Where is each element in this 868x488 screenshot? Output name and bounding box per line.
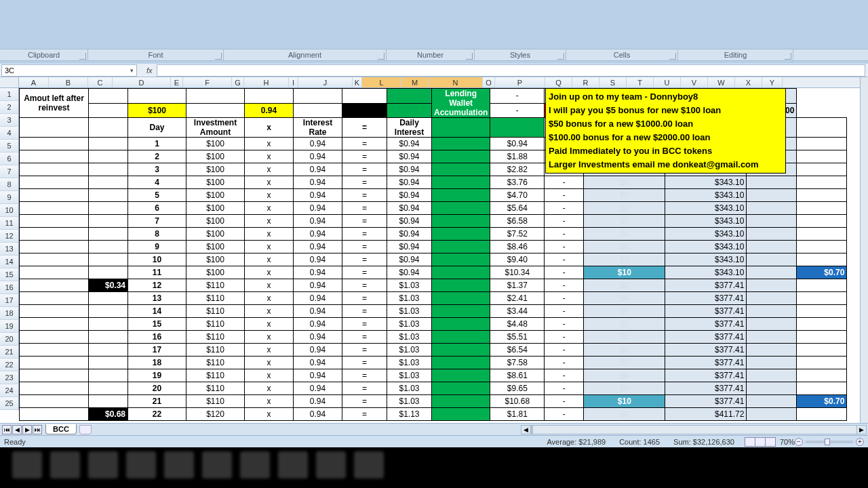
cell[interactable]: x [245, 150, 294, 163]
fx-icon[interactable]: fx [146, 66, 153, 75]
cell[interactable]: 0.94 [294, 176, 342, 189]
cell[interactable] [797, 344, 847, 357]
cell[interactable]: = [342, 189, 387, 202]
cell[interactable] [20, 266, 89, 279]
cell[interactable] [20, 395, 89, 408]
cell[interactable] [20, 189, 89, 202]
cell[interactable]: = [342, 331, 387, 344]
cell[interactable]: $377.41 [665, 292, 747, 305]
cell[interactable]: $377.41 [665, 331, 747, 344]
cell[interactable] [747, 241, 797, 253]
cell[interactable] [89, 382, 128, 395]
cell[interactable] [294, 103, 342, 118]
cell[interactable] [797, 331, 847, 344]
cell[interactable] [747, 382, 797, 395]
cell[interactable] [797, 305, 847, 318]
cell[interactable] [89, 89, 128, 104]
cell[interactable]: 0.94 [294, 163, 342, 176]
cell[interactable] [20, 305, 89, 318]
col-header-J[interactable]: J [298, 77, 353, 87]
cell[interactable] [89, 176, 128, 189]
row-header-6[interactable]: 6 [0, 152, 19, 165]
cell[interactable]: $343.10 [665, 228, 747, 241]
cell[interactable] [89, 228, 128, 241]
cell[interactable]: $377.41 [665, 305, 747, 318]
cell[interactable] [432, 279, 490, 292]
cell[interactable]: 0.94 [294, 150, 342, 163]
cell[interactable]: $0.94 [387, 215, 432, 228]
zoom-control[interactable]: − + [795, 438, 864, 446]
cell[interactable]: $377.41 [665, 382, 747, 395]
cell[interactable] [89, 202, 128, 215]
cell[interactable]: - [545, 408, 584, 421]
cell[interactable]: $100 [186, 163, 245, 176]
row-header-5[interactable]: 5 [0, 140, 19, 152]
cell[interactable] [89, 369, 128, 382]
cell[interactable]: $0.70 [797, 266, 847, 279]
cell[interactable]: $1.03 [387, 369, 432, 382]
cell[interactable]: 0.94 [294, 279, 342, 292]
cell[interactable]: $0 [584, 189, 665, 202]
cell[interactable]: $377.41 [665, 395, 747, 408]
row-header-23[interactable]: 23 [0, 371, 19, 384]
cell[interactable]: = [342, 228, 387, 241]
cell[interactable]: 0.94 [294, 189, 342, 202]
cell[interactable]: $10.34 [490, 266, 545, 279]
cell[interactable]: 0.94 [294, 305, 342, 318]
cell[interactable]: 9 [128, 241, 186, 253]
cell[interactable]: 0.94 [294, 395, 342, 408]
cell[interactable]: x [245, 318, 294, 331]
prev-sheet-icon[interactable]: ◀ [12, 425, 22, 434]
cell[interactable]: 10 [128, 253, 186, 266]
col-header-D[interactable]: D [113, 77, 171, 87]
cell[interactable]: x [245, 215, 294, 228]
cell[interactable]: = [342, 382, 387, 395]
cell[interactable]: 1 [128, 138, 186, 150]
cell[interactable]: 0.94 [294, 344, 342, 357]
col-header-W[interactable]: W [708, 77, 735, 87]
cell[interactable]: $343.10 [665, 241, 747, 253]
cell[interactable]: $1.37 [490, 279, 545, 292]
cell[interactable]: $10.68 [490, 395, 545, 408]
cell[interactable]: $1.03 [387, 382, 432, 395]
col-header-I[interactable]: I [289, 77, 298, 87]
cell[interactable]: - [545, 357, 584, 369]
cell[interactable]: x [245, 395, 294, 408]
cell[interactable]: $5.51 [490, 331, 545, 344]
cell[interactable]: $0 [584, 176, 665, 189]
cell[interactable]: $411.72 [665, 408, 747, 421]
cell[interactable]: $343.10 [665, 253, 747, 266]
cell[interactable]: - [545, 369, 584, 382]
col-header-Q[interactable]: Q [545, 77, 572, 87]
cell[interactable]: $4.70 [490, 189, 545, 202]
cell[interactable] [797, 150, 847, 163]
cell[interactable] [747, 305, 797, 318]
cell[interactable]: 0.94 [294, 241, 342, 253]
cell[interactable] [432, 292, 490, 305]
cell[interactable]: 2 [128, 150, 186, 163]
cell[interactable]: 8 [128, 228, 186, 241]
row-header-19[interactable]: 19 [0, 320, 19, 333]
cell[interactable]: = [342, 150, 387, 163]
cell[interactable] [20, 344, 89, 357]
row-header-15[interactable]: 15 [0, 268, 19, 281]
cell[interactable] [797, 138, 847, 150]
cell[interactable] [432, 266, 490, 279]
cell[interactable]: $110 [186, 357, 245, 369]
scroll-left-icon[interactable]: ◀ [521, 426, 531, 434]
cell[interactable]: = [342, 395, 387, 408]
cell[interactable]: 13 [128, 292, 186, 305]
cell[interactable]: 0.94 [294, 253, 342, 266]
cell[interactable] [20, 318, 89, 331]
cell[interactable] [797, 241, 847, 253]
cell[interactable]: $10 [584, 395, 665, 408]
cell[interactable] [432, 369, 490, 382]
cell[interactable] [89, 253, 128, 266]
cell[interactable] [747, 318, 797, 331]
cell[interactable]: = [342, 241, 387, 253]
row-header-1[interactable]: 1 [0, 88, 19, 101]
col-header-E[interactable]: E [171, 77, 183, 87]
cell[interactable]: x [245, 202, 294, 215]
cell[interactable]: $0.94 [387, 163, 432, 176]
cell[interactable] [20, 150, 89, 163]
